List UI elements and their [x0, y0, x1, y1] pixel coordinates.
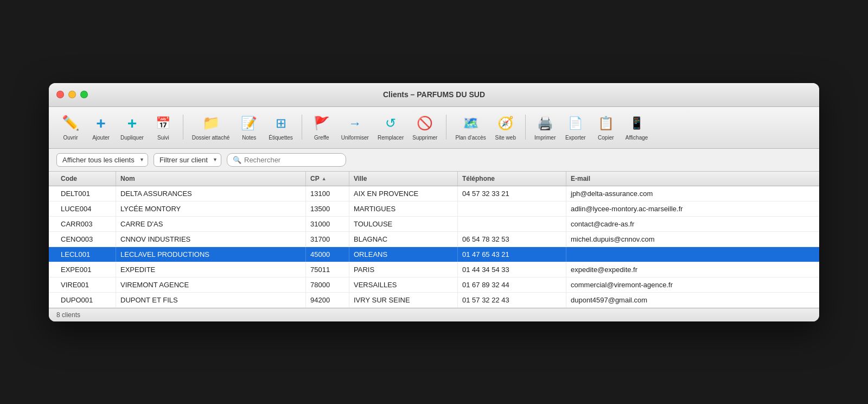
folder-icon: 📁 — [201, 113, 221, 133]
col-header-email[interactable]: E-mail — [566, 172, 812, 186]
filter-bar: Afficher tous les clients ▼ Filtrer sur … — [49, 149, 819, 172]
toolbar-dossier[interactable]: 📁 Dossier attaché — [189, 111, 233, 143]
toolbar-supprimer-label: Supprimer — [412, 135, 437, 141]
cell-nom: EXPEDITE — [116, 262, 306, 277]
cell-ville: PARIS — [349, 262, 458, 277]
col-header-telephone[interactable]: Téléphone — [458, 172, 566, 186]
view-select[interactable]: Afficher tous les clients — [56, 153, 148, 167]
table-row[interactable]: CENO003CNNOV INDUSTRIES31700BLAGNAC06 54… — [49, 232, 819, 247]
cell-nom: LYCÉE MONTORY — [116, 201, 306, 216]
toolbar-copier[interactable]: 📋 Copier — [592, 111, 620, 143]
toolbar-remplacer[interactable]: ↺ Remplacer — [374, 111, 407, 143]
toolbar-affichage[interactable]: 📱 Affichage — [622, 111, 652, 143]
toolbar-notes[interactable]: 📝 Notes — [235, 111, 263, 143]
col-header-cp[interactable]: CP ▲ — [306, 172, 349, 186]
toolbar-ouvrir-label: Ouvrir — [63, 135, 78, 141]
toolbar-suivi-label: Suivi — [157, 135, 169, 141]
close-button[interactable] — [56, 91, 64, 98]
grid-icon: ⊞ — [271, 113, 291, 133]
toolbar-ajouter[interactable]: + Ajouter — [87, 111, 115, 143]
toolbar-dupliquer[interactable]: + Dupliquer — [117, 111, 147, 143]
toolbar-separator-4 — [525, 115, 526, 140]
toolbar-dossier-label: Dossier attaché — [192, 135, 229, 141]
toolbar-greffe[interactable]: 🚩 Greffe — [308, 111, 336, 143]
cell-telephone — [458, 217, 566, 231]
toolbar-exporter[interactable]: 📄 Exporter — [561, 111, 590, 143]
titlebar: Clients – PARFUMS DU SUD — [49, 83, 819, 107]
toolbar-site-label: Site web — [495, 135, 516, 141]
notes-icon: 📝 — [239, 113, 259, 133]
status-count: 8 clients — [56, 311, 80, 319]
table-row[interactable]: DELT001DELTA ASSURANCES13100AIX EN PROVE… — [49, 186, 819, 201]
toolbar-greffe-label: Greffe — [314, 135, 329, 141]
calendar-icon: 📅 — [154, 113, 173, 133]
cell-email: dupont4597@gmail.com — [566, 293, 812, 307]
toolbar-suivi[interactable]: 📅 Suivi — [149, 111, 177, 143]
cell-nom: DELTA ASSURANCES — [116, 186, 306, 201]
cell-code: LECL001 — [56, 247, 116, 262]
cell-cp: 13500 — [306, 201, 349, 216]
cell-ville: ORLEANS — [349, 247, 458, 262]
compass-icon: 🧭 — [496, 113, 515, 133]
table-row[interactable]: DUPO001DUPONT ET FILS94200IVRY SUR SEINE… — [49, 293, 819, 308]
cell-ville: VERSAILLES — [349, 277, 458, 292]
minimize-button[interactable] — [68, 91, 76, 98]
col-header-code[interactable]: Code — [56, 172, 116, 186]
cell-code: EXPE001 — [56, 262, 116, 277]
cell-ville: BLAGNAC — [349, 232, 458, 247]
filter-select[interactable]: Filtrer sur client — [154, 153, 221, 167]
cell-telephone — [458, 201, 566, 216]
table-row[interactable]: CARR003CARRE D'AS31000TOULOUSEcontact@ca… — [49, 217, 819, 232]
table-row[interactable]: LECL001LECLAVEL PRODUCTIONS45000ORLEANS0… — [49, 247, 819, 262]
status-bar: 8 clients — [49, 308, 819, 321]
cell-email — [566, 247, 812, 262]
sort-arrow-cp: ▲ — [322, 176, 327, 181]
cell-cp: 78000 — [306, 277, 349, 292]
ban-icon: 🚫 — [415, 113, 435, 133]
cell-ville: AIX EN PROVENCE — [349, 186, 458, 201]
toolbar-ouvrir[interactable]: ✏️ Ouvrir — [56, 111, 85, 143]
table-row[interactable]: EXPE001EXPEDITE75011PARIS01 44 34 54 33e… — [49, 262, 819, 277]
arrow-right-icon: → — [345, 113, 365, 133]
toolbar-copier-label: Copier — [598, 135, 614, 141]
toolbar-separator-1 — [183, 115, 183, 140]
toolbar-uniformiser[interactable]: → Uniformiser — [338, 111, 372, 143]
toolbar-plan[interactable]: 🗺️ Plan d'accès — [452, 111, 489, 143]
cell-code: CENO003 — [56, 232, 116, 247]
toolbar-ajouter-label: Ajouter — [92, 135, 110, 141]
pencil-icon: ✏️ — [61, 113, 80, 133]
cell-ville: IVRY SUR SEINE — [349, 293, 458, 307]
col-header-ville[interactable]: Ville — [349, 172, 458, 186]
cell-telephone: 04 57 32 33 21 — [458, 186, 566, 201]
cell-telephone: 01 47 65 43 21 — [458, 247, 566, 262]
display-icon: 📱 — [627, 113, 647, 133]
search-icon: 🔍 — [233, 156, 241, 164]
copy-icon: 📋 — [596, 113, 616, 133]
cell-nom: CNNOV INDUSTRIES — [116, 232, 306, 247]
toolbar-imprimer[interactable]: 🖨️ Imprimer — [531, 111, 559, 143]
toolbar-affichage-label: Affichage — [626, 135, 648, 141]
toolbar-supprimer[interactable]: 🚫 Supprimer — [409, 111, 441, 143]
cell-nom: VIREMONT AGENCE — [116, 277, 306, 292]
table-row[interactable]: LUCE004LYCÉE MONTORY13500MARTIGUESadlin@… — [49, 201, 819, 217]
cell-ville: TOULOUSE — [349, 217, 458, 231]
plus-blue-icon: + — [91, 113, 111, 133]
cell-telephone: 01 67 89 32 44 — [458, 277, 566, 292]
search-input[interactable] — [244, 156, 340, 164]
maximize-button[interactable] — [80, 91, 88, 98]
toolbar-separator-2 — [302, 115, 302, 140]
toolbar-etiquettes[interactable]: ⊞ Étiquettes — [265, 111, 296, 143]
cell-cp: 31000 — [306, 217, 349, 231]
cell-telephone: 01 57 32 22 43 — [458, 293, 566, 307]
toolbar-site[interactable]: 🧭 Site web — [492, 111, 520, 143]
toolbar-etiquettes-label: Étiquettes — [269, 135, 292, 141]
table-row[interactable]: VIRE001VIREMONT AGENCE78000VERSAILLES01 … — [49, 277, 819, 293]
window-controls — [56, 91, 88, 98]
cell-cp: 75011 — [306, 262, 349, 277]
toolbar-plan-label: Plan d'accès — [455, 135, 486, 141]
col-header-nom[interactable]: Nom — [116, 172, 306, 186]
window-title: Clients – PARFUMS DU SUD — [383, 90, 485, 99]
main-window: Clients – PARFUMS DU SUD ✏️ Ouvrir + Ajo… — [49, 83, 819, 321]
printer-icon: 🖨️ — [535, 113, 555, 133]
cell-code: VIRE001 — [56, 277, 116, 292]
